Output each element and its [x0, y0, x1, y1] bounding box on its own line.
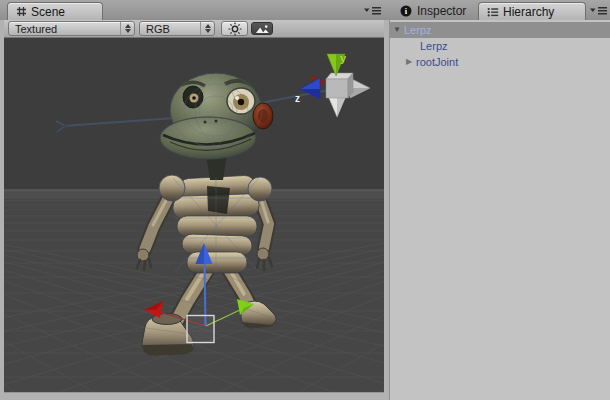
- scene-viewport[interactable]: y z: [4, 38, 384, 392]
- sun-icon: [228, 22, 242, 36]
- up-down-arrows-icon: [200, 22, 214, 35]
- tab-scene-label: Scene: [31, 5, 65, 19]
- scene-toolbar: Textured RGB: [4, 20, 384, 38]
- hierarchy-row-lerpz-child[interactable]: Lerpz: [390, 38, 610, 54]
- hierarchy-row-label: Lerpz: [420, 40, 448, 52]
- tab-hierarchy[interactable]: Hierarchy: [478, 2, 586, 20]
- gizmo-cube-front[interactable]: [326, 79, 348, 98]
- hierarchy-row-lerpz-root[interactable]: ▼ Lerpz: [390, 22, 610, 38]
- y-axis-label: y: [340, 52, 347, 64]
- unity-editor-window: Scene i Inspector Hierarchy Textured RGB: [0, 0, 610, 400]
- tab-inspector[interactable]: i Inspector: [394, 2, 472, 20]
- hierarchy-row-rootjoint[interactable]: ▶ rootJoint: [390, 54, 610, 70]
- scene-render: y z: [4, 38, 384, 392]
- lighting-toggle-button[interactable]: [221, 21, 248, 36]
- hierarchy-row-label: Lerpz: [404, 24, 432, 36]
- tab-hierarchy-label: Hierarchy: [503, 5, 554, 19]
- plane-handle[interactable]: [187, 316, 214, 343]
- image-icon: [255, 24, 270, 34]
- hierarchy-panel-menu-icon[interactable]: [590, 6, 608, 16]
- tab-inspector-label: Inspector: [417, 4, 466, 18]
- render-mode-dropdown[interactable]: Textured: [8, 21, 135, 36]
- hierarchy-panel: ▼ Lerpz Lerpz ▶ rootJoint: [390, 20, 610, 400]
- color-mode-value: RGB: [140, 23, 200, 35]
- bottom-frame: [0, 392, 384, 400]
- grid-icon: [16, 6, 27, 17]
- disclosure-collapsed-icon[interactable]: ▶: [404, 54, 414, 70]
- list-icon: [487, 6, 499, 18]
- scene-panel-menu-icon[interactable]: [364, 6, 382, 16]
- z-axis-label: z: [295, 93, 300, 104]
- tab-scene[interactable]: Scene: [7, 2, 103, 20]
- disclosure-expanded-icon[interactable]: ▼: [392, 22, 402, 38]
- up-down-arrows-icon: [120, 22, 134, 35]
- overlay-toggle-button[interactable]: [251, 22, 273, 35]
- hierarchy-row-label: rootJoint: [416, 56, 458, 68]
- color-mode-dropdown[interactable]: RGB: [139, 21, 215, 36]
- render-mode-value: Textured: [9, 23, 120, 35]
- info-icon: i: [400, 5, 412, 17]
